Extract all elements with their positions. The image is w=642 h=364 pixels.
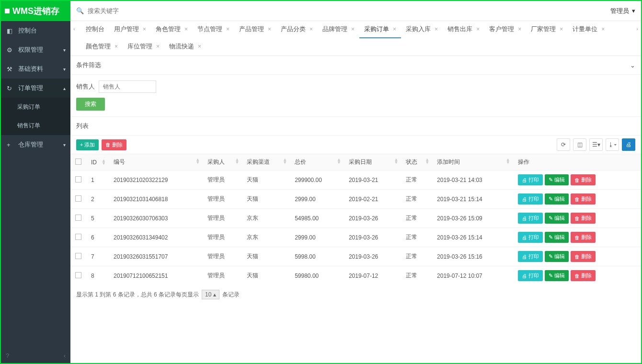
col-header-1[interactable]: 编号▲▼ [109, 154, 203, 171]
tab-15[interactable]: 物流快递× [164, 38, 206, 56]
nav-item-1[interactable]: ⚙权限管理▾ [1, 40, 70, 59]
tab-9[interactable]: 销售出库× [443, 21, 484, 38]
row-edit-button[interactable]: ✎编辑 [545, 270, 569, 281]
tab-11[interactable]: 厂家管理× [526, 21, 568, 38]
row-delete-button[interactable]: 🗑删除 [571, 270, 596, 281]
close-icon[interactable]: × [115, 43, 118, 50]
nav-item-4[interactable]: +仓库管理▾ [1, 135, 70, 154]
col-header-8[interactable]: 操作 [513, 154, 641, 171]
collapse-sidebar-icon[interactable]: ‹ [64, 352, 66, 359]
delete-button[interactable]: 🗑删除 [102, 139, 126, 150]
search-button[interactable]: 搜索 [76, 98, 105, 111]
row-checkbox[interactable] [75, 195, 81, 202]
row-edit-button[interactable]: ✎编辑 [545, 174, 569, 185]
close-icon[interactable]: × [226, 26, 229, 33]
cell-date: 2019-03-21 [344, 171, 401, 190]
col-header-0[interactable]: ID▲▼ [86, 154, 109, 171]
help-icon[interactable]: ? [6, 352, 9, 359]
close-icon[interactable]: × [601, 26, 605, 33]
close-icon[interactable]: × [156, 43, 160, 50]
close-icon[interactable]: × [268, 26, 271, 33]
tab-2[interactable]: 角色管理× [151, 21, 193, 38]
tab-4[interactable]: 产品管理× [234, 21, 276, 38]
tab-7[interactable]: 采购订单× [359, 21, 401, 38]
col-header-2[interactable]: 采购人▲▼ [203, 154, 242, 171]
cell-buyer: 管理员 [203, 190, 242, 209]
nav-sub-item-0[interactable]: 采购订单 [1, 98, 70, 116]
cell-sn: 20190326031349402 [109, 228, 203, 247]
row-edit-button[interactable]: ✎编辑 [545, 193, 569, 205]
row-edit-button[interactable]: ✎编辑 [545, 232, 569, 243]
close-icon[interactable]: × [143, 26, 146, 33]
print-button[interactable]: 🖨 [622, 138, 635, 151]
col-header-5[interactable]: 采购日期▲▼ [344, 154, 401, 171]
tabs-scroll-right[interactable]: › [634, 24, 640, 34]
row-checkbox[interactable] [75, 215, 81, 221]
row-delete-button[interactable]: 🗑删除 [571, 251, 596, 262]
tab-0[interactable]: 控制台 [81, 21, 109, 38]
tabs-scroll-left[interactable]: ‹ [71, 24, 77, 34]
col-header-3[interactable]: 采购渠道▲▼ [242, 154, 290, 171]
brand-logo[interactable]: WMS进销存 [1, 1, 70, 21]
row-edit-button[interactable]: ✎编辑 [545, 251, 569, 262]
row-edit-button[interactable]: ✎编辑 [545, 213, 569, 224]
close-icon[interactable]: × [435, 26, 438, 33]
refresh-button[interactable]: ⟳ [557, 138, 570, 151]
row-print-button[interactable]: 🖨打印 [518, 270, 543, 281]
row-delete-button[interactable]: 🗑删除 [571, 174, 596, 185]
row-delete-button[interactable]: 🗑删除 [571, 232, 596, 243]
nav-item-2[interactable]: ⚒基础资料▾ [1, 59, 70, 79]
row-print-button[interactable]: 🖨打印 [518, 193, 543, 205]
row-print-button[interactable]: 🖨打印 [518, 174, 543, 185]
cell-sn: 20190321020322129 [109, 171, 203, 190]
nav-item-3[interactable]: ↻订单管理▴ [1, 79, 70, 98]
col-header-7[interactable]: 添加时间▲▼ [432, 154, 513, 171]
cell-sn: 20190326030706303 [109, 209, 203, 228]
close-icon[interactable]: × [518, 26, 521, 33]
row-checkbox[interactable] [75, 272, 81, 278]
close-icon[interactable]: × [184, 26, 188, 33]
user-menu[interactable]: 管理员 ▾ [610, 7, 635, 15]
tab-12[interactable]: 计量单位× [568, 21, 609, 38]
search-input[interactable] [88, 7, 610, 14]
col-header-6[interactable]: 状态▲▼ [401, 154, 432, 171]
tab-14[interactable]: 库位管理× [123, 38, 164, 56]
close-icon[interactable]: × [310, 26, 313, 33]
col-header-4[interactable]: 总价▲▼ [290, 154, 344, 171]
tab-5[interactable]: 产品分类× [276, 21, 318, 38]
view-button[interactable]: ☰▾ [589, 138, 603, 151]
export-button[interactable]: ⭳▾ [606, 138, 619, 151]
tab-6[interactable]: 品牌管理× [318, 21, 359, 38]
nav-sub-item-1[interactable]: 销售订单 [1, 116, 70, 135]
row-delete-button[interactable]: 🗑删除 [571, 193, 596, 205]
tab-10[interactable]: 客户管理× [484, 21, 526, 38]
tab-3[interactable]: 节点管理× [193, 21, 234, 38]
tab-8[interactable]: 采购入库× [401, 21, 443, 38]
columns-button[interactable]: ◫ [573, 138, 586, 151]
nav-item-0[interactable]: ◧控制台 [1, 21, 70, 40]
row-delete-button[interactable]: 🗑删除 [571, 213, 596, 224]
row-checkbox[interactable] [75, 253, 81, 259]
seller-input[interactable] [99, 80, 156, 93]
cell-total: 54985.00 [290, 209, 344, 228]
close-icon[interactable]: × [393, 26, 396, 33]
cell-total: 5998.00 [290, 247, 344, 266]
tab-13[interactable]: 颜色管理× [81, 38, 123, 56]
sort-icon: ▲▼ [283, 158, 287, 164]
close-icon[interactable]: × [476, 26, 480, 33]
row-print-button[interactable]: 🖨打印 [518, 232, 543, 243]
close-icon[interactable]: × [560, 26, 563, 33]
close-icon[interactable]: × [198, 43, 201, 50]
row-checkbox[interactable] [75, 176, 81, 182]
pager-text-pre: 显示第 1 到第 6 条记录，总共 6 条记录每页显示 [76, 291, 199, 299]
row-checkbox[interactable] [75, 234, 81, 240]
close-icon[interactable]: × [351, 26, 355, 33]
row-print-button[interactable]: 🖨打印 [518, 213, 543, 224]
user-name: 管理员 [610, 7, 629, 15]
add-button[interactable]: +添加 [76, 139, 99, 150]
row-print-button[interactable]: 🖨打印 [518, 251, 543, 262]
tab-1[interactable]: 用户管理× [109, 21, 151, 38]
select-all-checkbox[interactable] [75, 159, 81, 165]
page-size-select[interactable]: 10 ▴ [202, 290, 219, 299]
filter-header[interactable]: 条件筛选 ⌄ [70, 56, 641, 75]
